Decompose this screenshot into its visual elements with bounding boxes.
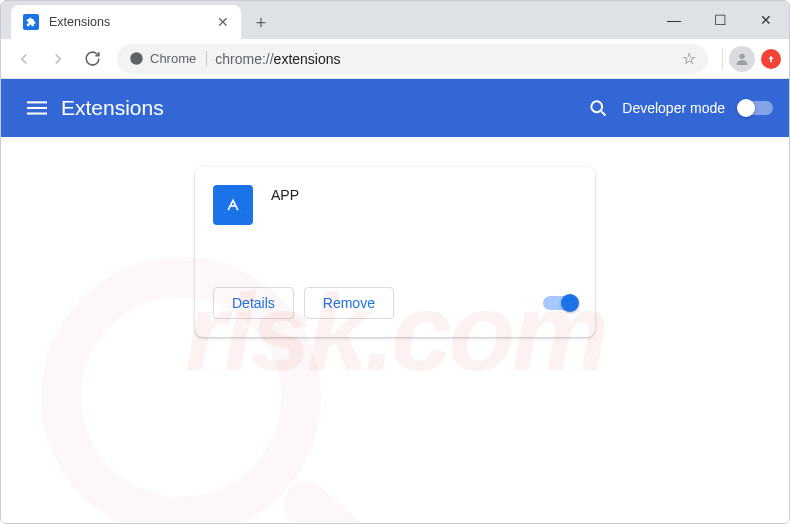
extension-enable-toggle[interactable] bbox=[543, 296, 577, 310]
reload-button[interactable] bbox=[77, 44, 107, 74]
new-tab-button[interactable]: + bbox=[247, 9, 275, 37]
tab-close-icon[interactable]: ✕ bbox=[217, 14, 229, 30]
url-text: chrome://extensions bbox=[215, 51, 340, 67]
page-title: Extensions bbox=[61, 96, 164, 120]
tab-title: Extensions bbox=[49, 15, 207, 29]
back-button[interactable] bbox=[9, 44, 39, 74]
extensions-content: risk.com APP Details Remove bbox=[1, 137, 789, 524]
svg-point-5 bbox=[592, 101, 603, 112]
svg-point-0 bbox=[130, 52, 143, 65]
svg-rect-2 bbox=[27, 101, 47, 103]
profile-avatar-button[interactable] bbox=[729, 46, 755, 72]
watermark-graphic bbox=[276, 472, 417, 524]
remove-button[interactable]: Remove bbox=[304, 287, 394, 319]
chrome-icon bbox=[129, 51, 144, 66]
window-controls: — ☐ ✕ bbox=[651, 1, 789, 39]
chip-label: Chrome bbox=[150, 51, 196, 66]
toggle-knob bbox=[561, 294, 579, 312]
developer-mode-label: Developer mode bbox=[622, 100, 725, 116]
minimize-button[interactable]: — bbox=[651, 1, 697, 39]
address-bar[interactable]: Chrome chrome://extensions ☆ bbox=[117, 44, 708, 74]
menu-button[interactable] bbox=[17, 88, 57, 128]
toolbar-divider bbox=[722, 48, 723, 70]
svg-point-1 bbox=[739, 53, 744, 58]
toggle-knob bbox=[737, 99, 755, 117]
maximize-button[interactable]: ☐ bbox=[697, 1, 743, 39]
search-icon bbox=[588, 98, 608, 118]
browser-tab[interactable]: Extensions ✕ bbox=[11, 5, 241, 39]
browser-toolbar: Chrome chrome://extensions ☆ bbox=[1, 39, 789, 79]
close-window-button[interactable]: ✕ bbox=[743, 1, 789, 39]
extension-app-icon bbox=[213, 185, 253, 225]
puzzle-icon bbox=[23, 14, 39, 30]
details-button[interactable]: Details bbox=[213, 287, 294, 319]
svg-rect-3 bbox=[27, 107, 47, 109]
forward-button[interactable] bbox=[43, 44, 73, 74]
search-extensions-button[interactable] bbox=[588, 98, 608, 118]
extension-update-badge[interactable] bbox=[761, 49, 781, 69]
extension-card: APP Details Remove bbox=[195, 167, 595, 337]
extension-name: APP bbox=[271, 185, 299, 225]
bookmark-star-icon[interactable]: ☆ bbox=[682, 49, 696, 68]
extensions-appbar: Extensions Developer mode bbox=[1, 79, 789, 137]
site-info-chip[interactable]: Chrome bbox=[129, 51, 207, 66]
svg-rect-4 bbox=[27, 113, 47, 115]
developer-mode-toggle[interactable] bbox=[739, 101, 773, 115]
